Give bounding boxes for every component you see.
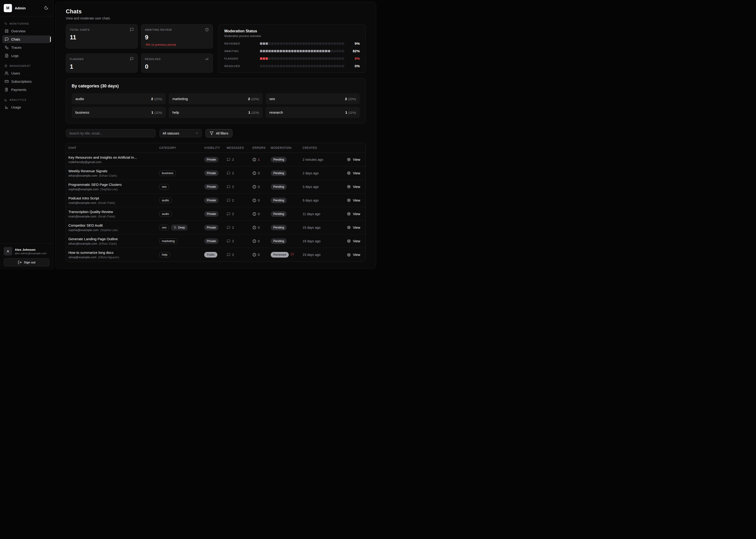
progress-segment: [331, 42, 333, 45]
chat-icon: [227, 171, 231, 175]
messages-cell: 2: [224, 212, 250, 216]
progress-segment: [325, 65, 327, 67]
category-tile-seo: seo 2(22%): [266, 93, 360, 104]
sidebar-item-users[interactable]: Users: [2, 69, 51, 77]
sidebar-item-logs[interactable]: Logs: [2, 52, 51, 59]
alert-circle-icon: [252, 212, 256, 216]
search-input[interactable]: [66, 129, 156, 137]
view-icon: [347, 185, 351, 189]
sidebar-item-chats[interactable]: Chats: [2, 36, 51, 43]
progress-segment: [266, 65, 268, 67]
page-subtitle: View and moderate user chats: [66, 16, 366, 20]
chat-cell: Competitor SEO Audit sophia@example.com(…: [66, 223, 157, 232]
created-cell: 2 days ago: [300, 171, 337, 175]
progress-segment: [311, 65, 313, 67]
view-button[interactable]: View: [337, 212, 365, 216]
sidebar-user-section: A Alex Johnson alex.admin@example.com Si…: [0, 244, 53, 270]
view-icon: [347, 239, 351, 243]
progress-segment: [336, 65, 339, 67]
view-button[interactable]: View: [337, 185, 365, 189]
view-button[interactable]: View: [337, 157, 365, 161]
sidebar-item-label: Overview: [11, 29, 25, 33]
chat-user-name: (Noah Patel): [98, 215, 115, 218]
clock-icon: [205, 28, 209, 32]
progress-segment: [271, 57, 274, 60]
progress-segment: [263, 65, 265, 67]
progress-segment: [342, 50, 344, 52]
messages-cell: 2: [224, 171, 250, 175]
view-button[interactable]: View: [337, 239, 365, 243]
sign-out-label: Sign out: [24, 261, 35, 264]
view-button[interactable]: View: [337, 225, 365, 229]
errors-cell: 0: [250, 171, 268, 175]
errors-count: 0: [258, 253, 260, 257]
moderation-badge: Pending: [271, 225, 287, 230]
sidebar-item-subscriptions[interactable]: Subscriptions: [2, 78, 51, 85]
column-header-moderation: MODERATION: [268, 146, 300, 149]
errors-cell: 0: [250, 253, 268, 257]
moderation-row-label: RESOLVED: [224, 65, 257, 67]
chat-user-name: (Olivia Nguyen): [98, 256, 119, 259]
theme-toggle-button[interactable]: [43, 5, 49, 12]
progress-segment: [266, 42, 268, 45]
progress-segment: [339, 65, 341, 67]
progress-segment: [274, 65, 276, 67]
table-header: CHATCATEGORYVISIBILITYMESSAGESERRORSMODE…: [66, 143, 365, 153]
sign-out-button[interactable]: Sign out: [4, 258, 49, 266]
status-select[interactable]: All statuses: [160, 129, 202, 137]
sidebar-item-traces[interactable]: Traces: [2, 43, 51, 51]
alert-circle-icon: [252, 171, 256, 175]
progress-segment: [313, 65, 316, 67]
progress-segment: [294, 50, 296, 52]
progress-segment: [266, 57, 268, 60]
progress-segment: [328, 42, 330, 45]
sidebar-item-label: Chats: [11, 38, 20, 41]
progress-segment: [288, 42, 291, 45]
moderation-badge: Pending: [271, 157, 287, 162]
sidebar-item-overview[interactable]: Overview: [2, 27, 51, 35]
progress-segment: [302, 42, 305, 45]
chat-user: ethan@example.com(Ethan Clark): [68, 174, 153, 178]
brand-title: Admin: [15, 6, 40, 10]
visibility-badge: Private: [204, 225, 219, 230]
moderation-row-pct: 9%: [348, 56, 360, 60]
progress-segment: [333, 57, 336, 60]
sidebar-item-usage[interactable]: Usage: [2, 103, 51, 111]
activity-icon: [4, 22, 8, 25]
category-name: help: [172, 111, 179, 115]
progress-segment: [339, 42, 341, 45]
avatar: A: [4, 247, 12, 256]
bar-chart-icon: [4, 98, 8, 102]
nav-section-analytics: ANALYTICS Usage: [0, 97, 53, 111]
all-filters-button[interactable]: All filters: [206, 129, 232, 137]
errors-cell: 1: [250, 158, 268, 161]
view-button[interactable]: View: [337, 253, 365, 257]
nav-section-label: ANALYTICS: [0, 97, 53, 103]
view-button[interactable]: View: [337, 171, 365, 175]
stat-label: FLAGGED: [70, 58, 84, 60]
chat-user-name: (Sophia Lee): [100, 228, 117, 232]
messages-cell: 2: [224, 198, 250, 202]
chats-table: CHATCATEGORYVISIBILITYMESSAGESERRORSMODE…: [66, 143, 366, 262]
sidebar-item-payments[interactable]: Payments: [2, 86, 51, 94]
progress-segment: [271, 65, 274, 67]
progress-segment: [319, 57, 321, 60]
stat-card-awaiting-review: AWAITING REVIEW 9 -9% vs previous period: [141, 24, 213, 48]
view-button[interactable]: View: [337, 198, 365, 202]
category-tile-help: help 1(11%): [169, 107, 263, 118]
progress-segment: [316, 57, 319, 60]
category-name: seo: [269, 97, 275, 101]
segmented-progress-bar: [260, 57, 344, 60]
stat-label: TOTAL CHATS: [70, 28, 90, 31]
created-cell: 11 days ago: [300, 212, 337, 216]
messages-cell: 2: [224, 253, 250, 257]
progress-segment: [288, 65, 291, 67]
messages-count: 2: [232, 171, 234, 175]
moderation-badge: Pending: [271, 238, 287, 244]
errors-cell: 0: [250, 239, 268, 243]
progress-segment: [280, 65, 282, 67]
progress-segment: [331, 65, 333, 67]
progress-segment: [294, 57, 296, 60]
all-filters-label: All filters: [216, 131, 228, 135]
progress-segment: [280, 50, 282, 52]
